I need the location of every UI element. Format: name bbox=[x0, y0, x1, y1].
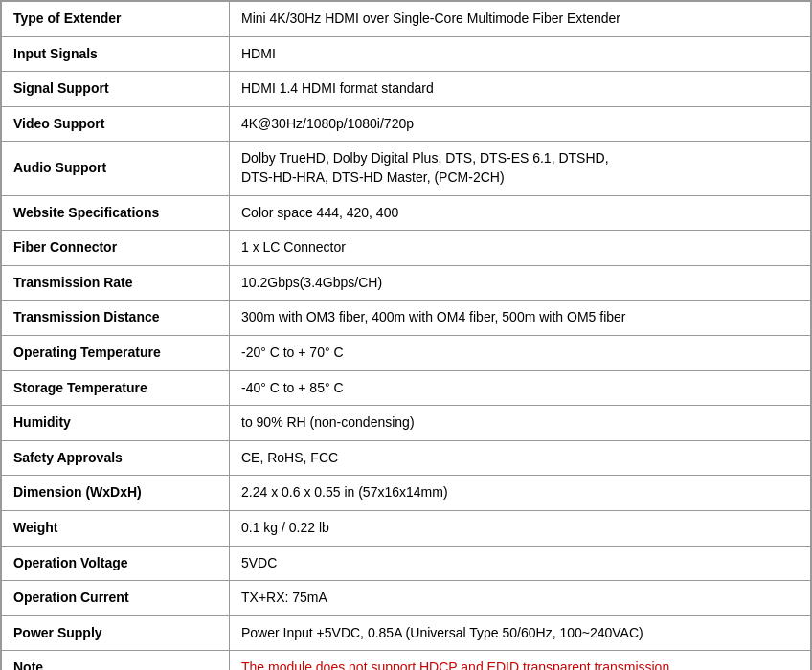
row-value-12: CE, RoHS, FCC bbox=[230, 440, 811, 476]
table-row: Humidityto 90% RH (non-condensing) bbox=[2, 406, 811, 441]
table-row: Weight0.1 kg / 0.22 lb bbox=[2, 510, 811, 546]
table-row: Signal SupportHDMI 1.4 HDMI format stand… bbox=[2, 72, 811, 107]
row-value-17: Power Input +5VDC, 0.85A (Universal Type… bbox=[230, 615, 811, 651]
row-label-15: Operation Voltage bbox=[2, 546, 230, 581]
row-label-18: Note bbox=[2, 651, 230, 670]
table-row: Video Support4K@30Hz/1080p/1080i/720p bbox=[2, 106, 811, 142]
row-value-14: 0.1 kg / 0.22 lb bbox=[230, 510, 811, 546]
row-label-13: Dimension (WxDxH) bbox=[2, 476, 230, 511]
table-row: Transmission Distance300m with OM3 fiber… bbox=[2, 301, 811, 336]
table-row: Website SpecificationsColor space 444, 4… bbox=[2, 195, 811, 231]
table-row: Power SupplyPower Input +5VDC, 0.85A (Un… bbox=[2, 615, 811, 651]
row-value-11: to 90% RH (non-condensing) bbox=[230, 406, 811, 441]
table-row: Input SignalsHDMI bbox=[2, 36, 811, 72]
row-label-8: Transmission Distance bbox=[2, 301, 230, 336]
row-value-15: 5VDC bbox=[230, 546, 811, 581]
table-row: Operation Voltage5VDC bbox=[2, 546, 811, 581]
row-label-6: Fiber Connector bbox=[2, 231, 230, 266]
row-value-16: TX+RX: 75mA bbox=[230, 581, 811, 616]
row-label-16: Operation Current bbox=[2, 581, 230, 616]
row-label-14: Weight bbox=[2, 510, 230, 546]
row-label-1: Input Signals bbox=[2, 36, 230, 72]
table-row: Safety ApprovalsCE, RoHS, FCC bbox=[2, 440, 811, 476]
table-row: Transmission Rate10.2Gbps(3.4Gbps/CH) bbox=[2, 265, 811, 301]
row-label-9: Operating Temperature bbox=[2, 335, 230, 370]
row-label-7: Transmission Rate bbox=[2, 265, 230, 301]
row-value-5: Color space 444, 420, 400 bbox=[230, 195, 811, 231]
row-value-3: 4K@30Hz/1080p/1080i/720p bbox=[230, 106, 811, 142]
table-row: Operating Temperature-20° C to + 70° C bbox=[2, 335, 811, 370]
row-label-10: Storage Temperature bbox=[2, 370, 230, 406]
row-label-2: Signal Support bbox=[2, 72, 230, 107]
table-row: Audio SupportDolby TrueHD, Dolby Digital… bbox=[2, 142, 811, 195]
row-label-3: Video Support bbox=[2, 106, 230, 142]
row-label-17: Power Supply bbox=[2, 615, 230, 651]
row-label-12: Safety Approvals bbox=[2, 440, 230, 476]
table-row: Dimension (WxDxH)2.24 x 0.6 x 0.55 in (5… bbox=[2, 476, 811, 511]
specs-table-container: Type of ExtenderMini 4K/30Hz HDMI over S… bbox=[0, 0, 812, 670]
row-label-4: Audio Support bbox=[2, 142, 230, 195]
row-value-10: -40° C to + 85° C bbox=[230, 370, 811, 406]
row-value-2: HDMI 1.4 HDMI format standard bbox=[230, 72, 811, 107]
row-label-0: Type of Extender bbox=[2, 2, 230, 37]
row-value-8: 300m with OM3 fiber, 400m with OM4 fiber… bbox=[230, 301, 811, 336]
table-row: Operation CurrentTX+RX: 75mA bbox=[2, 581, 811, 616]
table-row: Type of ExtenderMini 4K/30Hz HDMI over S… bbox=[2, 2, 811, 37]
row-value-4: Dolby TrueHD, Dolby Digital Plus, DTS, D… bbox=[230, 142, 811, 195]
row-value-1: HDMI bbox=[230, 36, 811, 72]
row-value-13: 2.24 x 0.6 x 0.55 in (57x16x14mm) bbox=[230, 476, 811, 511]
row-label-11: Humidity bbox=[2, 406, 230, 441]
specs-table: Type of ExtenderMini 4K/30Hz HDMI over S… bbox=[1, 1, 811, 670]
row-label-5: Website Specifications bbox=[2, 195, 230, 231]
row-value-0: Mini 4K/30Hz HDMI over Single-Core Multi… bbox=[230, 2, 811, 37]
row-value-6: 1 x LC Connector bbox=[230, 231, 811, 266]
row-value-7: 10.2Gbps(3.4Gbps/CH) bbox=[230, 265, 811, 301]
table-row: Storage Temperature-40° C to + 85° C bbox=[2, 370, 811, 406]
table-row: Fiber Connector1 x LC Connector bbox=[2, 231, 811, 266]
row-value-18: The module does not support HDCP and EDI… bbox=[230, 651, 811, 670]
table-row: NoteThe module does not support HDCP and… bbox=[2, 651, 811, 670]
row-value-9: -20° C to + 70° C bbox=[230, 335, 811, 370]
